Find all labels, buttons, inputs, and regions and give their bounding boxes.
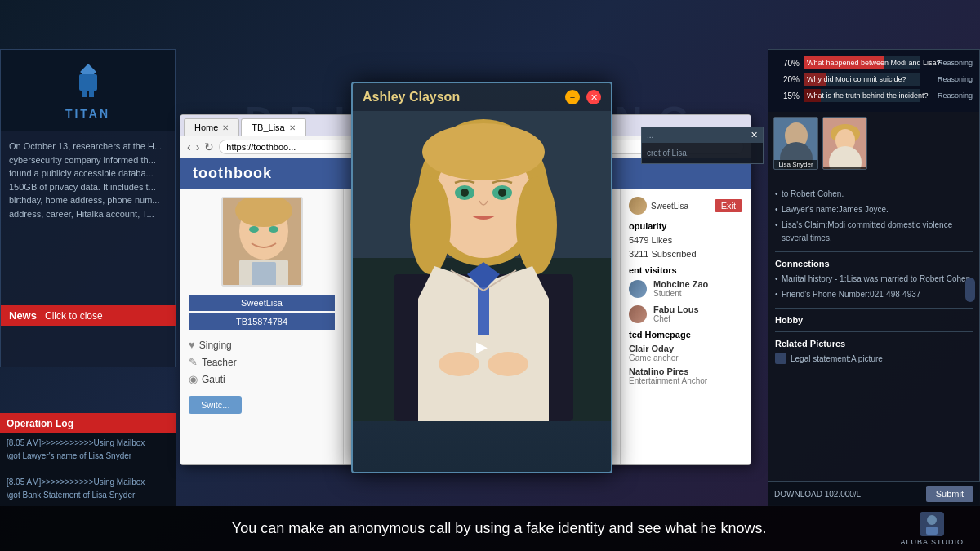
cursor-indicator: ▶ xyxy=(476,338,488,356)
op-log-entry-1: [8.05 AM]>>>>>>>>>>>Using Mailbox xyxy=(7,437,169,450)
scroll-indicator xyxy=(965,278,975,302)
svg-point-21 xyxy=(498,189,506,197)
profile-id: TB15874784 xyxy=(189,313,335,330)
notes-lawyer: Lawyer's name:James Joyce. xyxy=(775,203,973,216)
operation-log: Operation Log [8.05 AM]>>>>>>>>>>>Using … xyxy=(0,413,176,506)
reasoning-text-1: What happened between Modi and Lisa? xyxy=(807,56,941,69)
portrait-female-label xyxy=(823,167,866,169)
hobby-title: Hobby xyxy=(775,315,973,325)
secret-close-btn[interactable]: ✕ xyxy=(751,130,758,140)
download-text: DOWNLOAD 102.000/L xyxy=(774,490,861,499)
hp-name-2: Natalino Pires xyxy=(629,367,742,376)
svg-rect-1 xyxy=(79,74,97,91)
notes-divider-3 xyxy=(775,331,973,332)
likes-count: 5479 Likes xyxy=(629,235,742,245)
homepage-label: ted Homepage xyxy=(629,330,742,340)
recent-visitors-label: ent visitors xyxy=(629,265,742,275)
hp-name-1: Clair Oday xyxy=(629,344,742,353)
secret-text: cret of Lisa. xyxy=(647,149,689,158)
news-tag: News xyxy=(9,309,37,322)
browser-tab-lisa[interactable]: TB_Lisa ✕ xyxy=(241,118,305,136)
tab-lisa-close[interactable]: ✕ xyxy=(289,123,296,132)
exit-button[interactable]: Exit xyxy=(715,199,742,212)
subtitle-bar: You can make an anonymous call by using … xyxy=(0,506,980,551)
char-modal-controls: − ✕ xyxy=(565,90,601,104)
user-avatar xyxy=(629,197,647,215)
submit-button[interactable]: Submit xyxy=(926,486,973,502)
doc-icon xyxy=(775,353,786,364)
reasoning-bar-bg-3: What is the truth behind the incident? xyxy=(804,89,920,102)
svg-point-25 xyxy=(488,352,528,376)
char-name-title: Ashley Clayson xyxy=(363,90,460,104)
refresh-button[interactable]: ↻ xyxy=(204,140,214,153)
svg-rect-3 xyxy=(89,91,94,97)
reasoning-bar-bg-2: Why did Modi commit suicide? xyxy=(804,73,920,86)
op-log-entry-4: \got Bank Statement of Lisa Snyder xyxy=(7,489,169,502)
char-close-btn[interactable]: ✕ xyxy=(586,90,601,104)
reasoning-pct-3: 15% xyxy=(775,91,800,100)
right-visitor-1: Mohcine Zao Student xyxy=(629,279,742,298)
titan-logo-icon xyxy=(68,62,109,103)
char-portrait: ▶ xyxy=(353,111,611,421)
hobby-label: Singing xyxy=(199,340,232,351)
news-bar: News Click to close xyxy=(1,305,176,326)
switch-button[interactable]: Switc... xyxy=(189,396,242,414)
reasoning-item-1: 70% What happened between Modi and Lisa?… xyxy=(775,56,973,69)
news-close-btn[interactable]: Click to close xyxy=(45,310,103,322)
hp-role-1: Game anchor xyxy=(629,353,742,362)
char-minimize-btn[interactable]: − xyxy=(565,90,580,104)
subscribed-count: 3211 Subscribed xyxy=(629,249,742,259)
reasoning-bars: 70% What happened between Modi and Lisa?… xyxy=(768,50,979,112)
svg-rect-23 xyxy=(478,287,489,335)
reasoning-item-2: 20% Why did Modi commit suicide? Reasoni… xyxy=(775,73,973,86)
notes-panel: to Robert Cohen. Lawyer's name:James Joy… xyxy=(768,181,979,377)
rv-avatar-1 xyxy=(629,280,647,298)
svg-rect-10 xyxy=(252,262,276,287)
svg-point-17 xyxy=(516,176,557,274)
job-label: Teacher xyxy=(202,357,237,368)
svg-point-16 xyxy=(410,176,451,274)
user-badge: SweetLisa xyxy=(629,197,688,215)
reasoning-label-3: Reasoning xyxy=(924,91,973,100)
rv-role-2: Chef xyxy=(653,314,699,323)
tb-right-header: SweetLisa Exit xyxy=(629,197,742,215)
back-button[interactable]: ‹ xyxy=(187,140,191,153)
portrait-male: Lisa Snyder xyxy=(773,117,818,170)
titan-label: TITAN xyxy=(13,107,163,120)
char-portraits-row: Lisa Snyder xyxy=(773,117,974,170)
download-bar: DOWNLOAD 102.000/L Submit xyxy=(768,481,980,506)
info-job: ✎ Teacher xyxy=(189,353,335,371)
svg-point-7 xyxy=(249,226,259,233)
portrait-female xyxy=(822,117,867,170)
forward-button[interactable]: › xyxy=(196,140,200,153)
connection-1: Marital history - 1:Lisa was married to … xyxy=(775,273,973,286)
studio-logo: ALUBA STUDIO xyxy=(900,512,964,546)
browser-tab-home[interactable]: Home ✕ xyxy=(184,118,239,136)
studio-name: ALUBA STUDIO xyxy=(900,538,964,546)
op-log-content: [8.05 AM]>>>>>>>>>>>Using Mailbox \got L… xyxy=(0,433,176,506)
op-log-entry-3: [8.05 AM]>>>>>>>>>>>Using Mailbox xyxy=(7,476,169,489)
secret-window: ... ✕ cret of Lisa. xyxy=(641,127,764,164)
reasoning-bar-bg-1: What happened between Modi and Lisa? xyxy=(804,56,920,69)
tab-home-label: Home xyxy=(194,122,218,132)
profile-name[interactable]: SweetLisa xyxy=(189,295,335,311)
related-text-1: Legal statement:A picture xyxy=(791,354,883,363)
tab-home-close[interactable]: ✕ xyxy=(222,123,229,132)
hobby-section: Hobby xyxy=(775,315,973,325)
left-panel: TITAN On October 13, researchers at the … xyxy=(0,49,176,367)
news-text: On October 13, researchers at the H... c… xyxy=(1,131,175,229)
profile-image xyxy=(221,197,303,287)
reasoning-text-3: What is the truth behind the incident? xyxy=(807,89,929,102)
right-panel: 70% What happened between Modi and Lisa?… xyxy=(768,49,980,506)
notes-to-robert: to Robert Cohen. xyxy=(775,188,973,201)
svg-point-22 xyxy=(422,123,545,180)
reasoning-item-3: 15% What is the truth behind the inciden… xyxy=(775,89,973,102)
secret-title: ... xyxy=(647,131,653,140)
location-icon: ◉ xyxy=(189,373,198,385)
portraits-section: Lisa Snyder xyxy=(768,112,979,181)
connections-section: Connections Marital history - 1:Lisa was… xyxy=(775,259,973,301)
briefcase-icon: ✎ xyxy=(189,356,198,368)
toothbook-brand: toothbook xyxy=(193,165,272,181)
toothbook-right-col: SweetLisa Exit opularity 5479 Likes 3211… xyxy=(620,189,751,464)
character-modal: Ashley Clayson − ✕ xyxy=(351,82,612,473)
